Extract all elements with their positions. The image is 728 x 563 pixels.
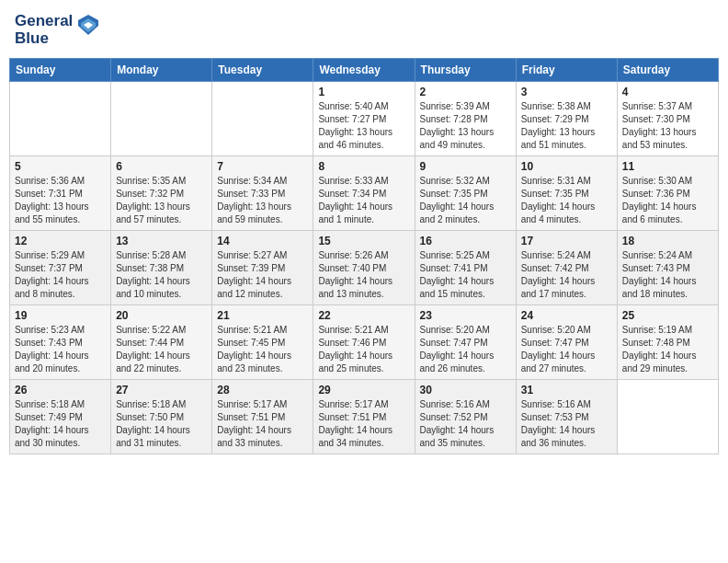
day-cell: 22Sunrise: 5:21 AM Sunset: 7:46 PM Dayli… xyxy=(313,305,415,380)
day-info: Sunrise: 5:16 AM Sunset: 7:52 PM Dayligh… xyxy=(420,398,511,450)
day-cell: 21Sunrise: 5:21 AM Sunset: 7:45 PM Dayli… xyxy=(212,305,313,380)
day-number: 14 xyxy=(217,235,308,247)
day-number: 4 xyxy=(622,86,713,98)
day-info: Sunrise: 5:24 AM Sunset: 7:43 PM Dayligh… xyxy=(622,249,713,301)
day-info: Sunrise: 5:37 AM Sunset: 7:30 PM Dayligh… xyxy=(622,100,713,152)
day-cell: 11Sunrise: 5:30 AM Sunset: 7:36 PM Dayli… xyxy=(617,156,718,231)
day-cell: 15Sunrise: 5:26 AM Sunset: 7:40 PM Dayli… xyxy=(313,231,415,305)
day-info: Sunrise: 5:40 AM Sunset: 7:27 PM Dayligh… xyxy=(318,100,409,152)
day-number: 17 xyxy=(521,235,612,247)
day-number: 11 xyxy=(622,160,713,173)
day-cell: 20Sunrise: 5:22 AM Sunset: 7:44 PM Dayli… xyxy=(111,305,212,380)
day-number: 15 xyxy=(318,235,409,247)
day-cell: 26Sunrise: 5:18 AM Sunset: 7:49 PM Dayli… xyxy=(10,380,111,454)
logo-content: General Blue xyxy=(15,13,100,47)
day-number: 6 xyxy=(116,160,207,173)
day-info: Sunrise: 5:20 AM Sunset: 7:47 PM Dayligh… xyxy=(521,324,612,375)
day-cell: 16Sunrise: 5:25 AM Sunset: 7:41 PM Dayli… xyxy=(415,231,516,305)
day-cell xyxy=(10,82,111,156)
day-number: 20 xyxy=(116,309,207,322)
day-info: Sunrise: 5:18 AM Sunset: 7:49 PM Dayligh… xyxy=(15,398,106,450)
day-cell: 31Sunrise: 5:16 AM Sunset: 7:53 PM Dayli… xyxy=(516,380,617,454)
day-number: 30 xyxy=(420,384,511,396)
day-info: Sunrise: 5:18 AM Sunset: 7:50 PM Dayligh… xyxy=(116,398,207,450)
day-cell: 3Sunrise: 5:38 AM Sunset: 7:29 PM Daylig… xyxy=(516,82,617,156)
day-info: Sunrise: 5:35 AM Sunset: 7:32 PM Dayligh… xyxy=(116,175,207,226)
day-cell: 9Sunrise: 5:32 AM Sunset: 7:35 PM Daylig… xyxy=(415,156,516,231)
day-number: 13 xyxy=(116,235,207,247)
week-row-5: 26Sunrise: 5:18 AM Sunset: 7:49 PM Dayli… xyxy=(10,380,719,454)
day-number: 26 xyxy=(15,384,106,396)
day-number: 10 xyxy=(521,160,612,173)
day-number: 12 xyxy=(15,235,106,247)
day-number: 9 xyxy=(420,160,511,173)
day-info: Sunrise: 5:33 AM Sunset: 7:34 PM Dayligh… xyxy=(318,175,409,226)
day-number: 27 xyxy=(116,384,207,396)
week-row-4: 19Sunrise: 5:23 AM Sunset: 7:43 PM Dayli… xyxy=(10,305,719,380)
header-thursday: Thursday xyxy=(415,59,516,82)
day-cell: 19Sunrise: 5:23 AM Sunset: 7:43 PM Dayli… xyxy=(10,305,111,380)
header-saturday: Saturday xyxy=(617,59,718,82)
day-number: 28 xyxy=(217,384,308,396)
day-info: Sunrise: 5:36 AM Sunset: 7:31 PM Dayligh… xyxy=(15,175,106,226)
day-cell: 23Sunrise: 5:20 AM Sunset: 7:47 PM Dayli… xyxy=(415,305,516,380)
day-cell: 7Sunrise: 5:34 AM Sunset: 7:33 PM Daylig… xyxy=(212,156,313,231)
day-info: Sunrise: 5:25 AM Sunset: 7:41 PM Dayligh… xyxy=(420,249,511,301)
day-info: Sunrise: 5:23 AM Sunset: 7:43 PM Dayligh… xyxy=(15,324,106,375)
day-info: Sunrise: 5:32 AM Sunset: 7:35 PM Dayligh… xyxy=(420,175,511,226)
day-cell: 8Sunrise: 5:33 AM Sunset: 7:34 PM Daylig… xyxy=(313,156,415,231)
header-tuesday: Tuesday xyxy=(212,59,313,82)
day-info: Sunrise: 5:20 AM Sunset: 7:47 PM Dayligh… xyxy=(420,324,511,375)
day-cell: 12Sunrise: 5:29 AM Sunset: 7:37 PM Dayli… xyxy=(10,231,111,305)
day-info: Sunrise: 5:16 AM Sunset: 7:53 PM Dayligh… xyxy=(521,398,612,450)
day-number: 23 xyxy=(420,309,511,322)
day-cell: 1Sunrise: 5:40 AM Sunset: 7:27 PM Daylig… xyxy=(313,82,415,156)
day-info: Sunrise: 5:26 AM Sunset: 7:40 PM Dayligh… xyxy=(318,249,409,301)
day-cell: 25Sunrise: 5:19 AM Sunset: 7:48 PM Dayli… xyxy=(617,305,718,380)
day-info: Sunrise: 5:30 AM Sunset: 7:36 PM Dayligh… xyxy=(622,175,713,226)
day-info: Sunrise: 5:17 AM Sunset: 7:51 PM Dayligh… xyxy=(318,398,409,450)
day-cell: 6Sunrise: 5:35 AM Sunset: 7:32 PM Daylig… xyxy=(111,156,212,231)
day-cell: 13Sunrise: 5:28 AM Sunset: 7:38 PM Dayli… xyxy=(111,231,212,305)
day-cell: 18Sunrise: 5:24 AM Sunset: 7:43 PM Dayli… xyxy=(617,231,718,305)
day-info: Sunrise: 5:22 AM Sunset: 7:44 PM Dayligh… xyxy=(116,324,207,375)
day-cell: 5Sunrise: 5:36 AM Sunset: 7:31 PM Daylig… xyxy=(10,156,111,231)
day-cell: 29Sunrise: 5:17 AM Sunset: 7:51 PM Dayli… xyxy=(313,380,415,454)
week-row-1: 1Sunrise: 5:40 AM Sunset: 7:27 PM Daylig… xyxy=(10,82,719,156)
day-cell: 4Sunrise: 5:37 AM Sunset: 7:30 PM Daylig… xyxy=(617,82,718,156)
day-info: Sunrise: 5:19 AM Sunset: 7:48 PM Dayligh… xyxy=(622,324,713,375)
logo: General Blue xyxy=(15,13,100,47)
header: General Blue xyxy=(9,9,719,51)
day-number: 7 xyxy=(217,160,308,173)
logo-text: General Blue xyxy=(15,13,73,47)
day-cell: 14Sunrise: 5:27 AM Sunset: 7:39 PM Dayli… xyxy=(212,231,313,305)
day-cell xyxy=(617,380,718,454)
day-number: 31 xyxy=(521,384,612,396)
day-number: 18 xyxy=(622,235,713,247)
header-friday: Friday xyxy=(516,59,617,82)
day-info: Sunrise: 5:24 AM Sunset: 7:42 PM Dayligh… xyxy=(521,249,612,301)
calendar-table: Sunday Monday Tuesday Wednesday Thursday… xyxy=(9,58,719,454)
day-number: 2 xyxy=(420,86,511,98)
day-cell: 2Sunrise: 5:39 AM Sunset: 7:28 PM Daylig… xyxy=(415,82,516,156)
day-cell: 28Sunrise: 5:17 AM Sunset: 7:51 PM Dayli… xyxy=(212,380,313,454)
day-number: 22 xyxy=(318,309,409,322)
day-number: 8 xyxy=(318,160,409,173)
day-info: Sunrise: 5:21 AM Sunset: 7:45 PM Dayligh… xyxy=(217,324,308,375)
day-info: Sunrise: 5:17 AM Sunset: 7:51 PM Dayligh… xyxy=(217,398,308,450)
day-number: 1 xyxy=(318,86,409,98)
day-number: 16 xyxy=(420,235,511,247)
day-headers-row: Sunday Monday Tuesday Wednesday Thursday… xyxy=(10,59,719,82)
day-number: 24 xyxy=(521,309,612,322)
day-cell: 24Sunrise: 5:20 AM Sunset: 7:47 PM Dayli… xyxy=(516,305,617,380)
day-number: 21 xyxy=(217,309,308,322)
day-cell: 30Sunrise: 5:16 AM Sunset: 7:52 PM Dayli… xyxy=(415,380,516,454)
day-cell: 17Sunrise: 5:24 AM Sunset: 7:42 PM Dayli… xyxy=(516,231,617,305)
day-info: Sunrise: 5:21 AM Sunset: 7:46 PM Dayligh… xyxy=(318,324,409,375)
day-cell: 10Sunrise: 5:31 AM Sunset: 7:35 PM Dayli… xyxy=(516,156,617,231)
day-info: Sunrise: 5:29 AM Sunset: 7:37 PM Dayligh… xyxy=(15,249,106,301)
day-info: Sunrise: 5:27 AM Sunset: 7:39 PM Dayligh… xyxy=(217,249,308,301)
day-info: Sunrise: 5:34 AM Sunset: 7:33 PM Dayligh… xyxy=(217,175,308,226)
day-cell xyxy=(111,82,212,156)
week-row-2: 5Sunrise: 5:36 AM Sunset: 7:31 PM Daylig… xyxy=(10,156,719,231)
